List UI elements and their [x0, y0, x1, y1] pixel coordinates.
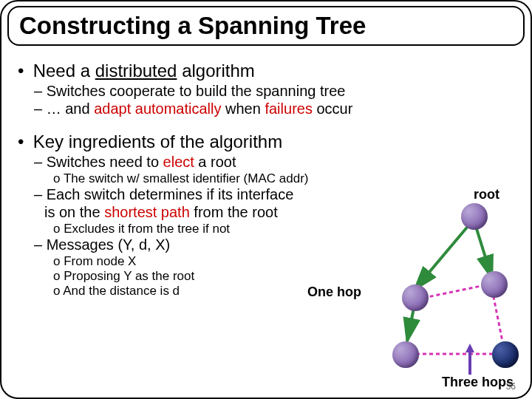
- text-red: failures: [265, 100, 312, 117]
- network-diagram: root One hop Three hops: [374, 190, 529, 397]
- text: occur: [313, 100, 352, 117]
- label-root: root: [474, 187, 499, 202]
- bullet-level1: • Key ingredients of the algorithm: [18, 132, 519, 152]
- svg-line-0: [415, 219, 474, 290]
- text: a root: [194, 154, 236, 170]
- bullet-level1: • Need a distributed algorithm: [18, 61, 519, 81]
- label-one-hop: One hop: [307, 284, 361, 300]
- bullet-dot: •: [18, 61, 28, 81]
- text: Each switch determines if its interface: [47, 186, 294, 202]
- svg-line-4: [492, 290, 503, 345]
- text: Proposing Y as the root: [64, 269, 194, 283]
- text-red: shortest path: [104, 204, 190, 220]
- title-box: Constructing a Spanning Tree: [7, 6, 525, 46]
- text: algorithm: [177, 61, 254, 81]
- spacer: [13, 118, 519, 132]
- text: Switches need to: [47, 154, 163, 170]
- text: The switch w/ smallest identifier (MAC a…: [64, 171, 309, 185]
- text-red: adapt automatically: [94, 100, 221, 117]
- slide-frame: Constructing a Spanning Tree • Need a di…: [0, 0, 532, 399]
- page-number: 36: [506, 381, 516, 392]
- text: And the distance is d: [63, 284, 180, 298]
- slide-title: Constructing a Spanning Tree: [19, 12, 513, 40]
- node: [392, 341, 419, 368]
- node: [481, 271, 508, 298]
- node: [402, 284, 429, 311]
- node-root: [461, 203, 488, 230]
- text: Excludes it from the tree if not: [64, 222, 230, 236]
- text: … and: [47, 100, 94, 117]
- text: Messages (Y, d, X): [47, 236, 170, 253]
- node-dark: [492, 341, 519, 368]
- text-underline: distributed: [95, 61, 177, 81]
- text: Need a: [33, 61, 95, 81]
- text: Switches cooperate to build the spanning…: [47, 83, 346, 99]
- bullet-level2: – … and adapt automatically when failure…: [34, 100, 519, 117]
- bullet-level2: – Switches need to elect a root: [34, 154, 519, 171]
- text: From node X: [64, 254, 136, 268]
- text: from the root: [190, 204, 278, 220]
- text: Key ingredients of the algorithm: [33, 132, 283, 151]
- bullet-level3: o The switch w/ smallest identifier (MAC…: [53, 171, 519, 186]
- text: is on the: [44, 204, 104, 220]
- label-three-hops: Three hops: [442, 375, 514, 390]
- bullet-level2: – Switches cooperate to build the spanni…: [34, 83, 519, 100]
- text-red: elect: [163, 154, 194, 170]
- text: when: [222, 100, 265, 117]
- bullet-dot: •: [18, 132, 28, 152]
